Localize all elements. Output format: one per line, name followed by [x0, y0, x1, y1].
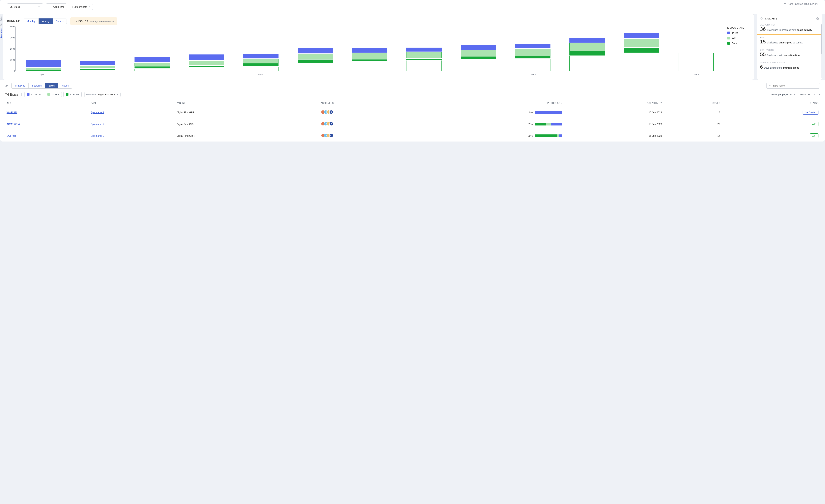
velocity-badge: 82 issues Average weekly velocity: [70, 17, 117, 25]
epic-name-link[interactable]: Epic name 3: [91, 135, 104, 137]
table-search[interactable]: [766, 83, 820, 89]
assignee-avatars[interactable]: +2: [321, 134, 333, 138]
add-filter-button[interactable]: Add Filter: [46, 3, 67, 10]
data-updated-label: Data updated 10 Jun 2023: [783, 2, 818, 5]
chart-legend: ISSUES STATE To DoWIPDone: [727, 26, 750, 77]
epic-key-link[interactable]: ACME-6254: [7, 123, 20, 125]
issues-count: 14: [663, 130, 721, 142]
scope-segment: Initiatives Features Epics Issues: [11, 83, 72, 89]
seg-sprints[interactable]: Sprints: [53, 18, 67, 24]
close-icon[interactable]: ✕: [89, 5, 91, 8]
chevron-down-icon: [794, 93, 796, 96]
filter-chip-projects[interactable]: 5 Jira projects ✕: [70, 4, 93, 10]
seg-monthly[interactable]: Monthly: [24, 18, 39, 24]
assignee-avatars[interactable]: +6: [321, 122, 333, 126]
filter-bar: Data updated 10 Jun 2023 Q3 2023 Add Fil…: [0, 0, 825, 14]
prev-page-button[interactable]: ‹: [814, 93, 815, 96]
hierarchy-icon[interactable]: [5, 84, 8, 87]
svg-point-4: [6, 86, 6, 87]
issue-count-axis-link[interactable]: Issue Count: [0, 27, 2, 38]
progress-pct: 80%: [528, 135, 533, 137]
burnup-chart: Issue Count Story Points 010002000300040…: [7, 26, 724, 77]
legend-item-done: Done: [727, 42, 750, 45]
assignee-avatars[interactable]: +6: [321, 110, 333, 114]
status-chip-done[interactable]: 17 Done: [64, 92, 82, 97]
svg-point-5: [7, 85, 8, 86]
insight-card[interactable]: JIRA HYGIENE55Jira Issues with no estima…: [757, 47, 822, 60]
epic-key-link[interactable]: DOF-055: [7, 135, 16, 137]
period-select[interactable]: Q3 2023: [7, 3, 43, 10]
tab-epics[interactable]: Epics: [45, 83, 58, 88]
legend-item-todo: To Do: [727, 31, 750, 34]
epic-name-link[interactable]: Epic name 2: [91, 123, 104, 125]
svg-point-6: [769, 85, 771, 86]
epics-table-panel: Initiatives Features Epics Issues 74 Epi…: [0, 80, 825, 142]
epic-parent: Digital First GRR: [175, 106, 286, 118]
last-activity: 15 Jun 2023: [563, 118, 663, 130]
insights-scrollbar[interactable]: [821, 24, 822, 78]
tab-initiatives[interactable]: Initiatives: [12, 83, 28, 88]
close-icon[interactable]: ✕: [117, 93, 119, 96]
last-activity: 15 Jun 2023: [563, 106, 663, 118]
epic-key-link[interactable]: WWF-576: [7, 111, 17, 114]
progress-pct: 31%: [528, 123, 533, 125]
col-parent[interactable]: PARENT: [175, 100, 286, 106]
col-assignees[interactable]: ASSIGNEES: [286, 100, 369, 106]
calendar-icon: [783, 3, 786, 5]
legend-item-wip: WIP: [727, 37, 750, 39]
col-name[interactable]: NAME: [89, 100, 175, 106]
epic-name-link[interactable]: Epic name 1: [91, 111, 104, 114]
insight-card[interactable]: RISK15Jira issues unassigned to sprints: [757, 35, 822, 47]
table-row: WWF-576Epic name 1Digital First GRR+60%1…: [5, 106, 820, 118]
svg-point-3: [6, 85, 6, 85]
svg-point-2: [817, 18, 818, 19]
svg-point-1: [761, 18, 762, 19]
insight-card[interactable]: RESOURCE MANAGEMENT6Devs assigned to mul…: [757, 60, 822, 72]
seg-weekly[interactable]: Weekly: [39, 18, 53, 24]
search-icon: [769, 84, 771, 87]
issues-count: 22: [663, 118, 721, 130]
progress-pct: 0%: [529, 111, 533, 114]
rows-per-page-select[interactable]: 25: [790, 93, 796, 96]
status-badge: WIP: [810, 122, 818, 127]
epics-table: KEYNAMEPARENTASSIGNEESPROGRESS ↓LAST ACT…: [5, 100, 820, 142]
epics-count: 74 Epics: [5, 93, 18, 96]
status-badge: WIP: [810, 134, 818, 138]
chart-granularity-segment: Monthly Weekly Sprints: [24, 18, 67, 24]
issues-count: 18: [663, 106, 721, 118]
last-activity: 15 Jun 2023: [563, 130, 663, 142]
y-axis-label: Issue Count Story Points: [0, 16, 2, 38]
burnup-panel: BURN UP Monthly Weekly Sprints 82 issues…: [3, 14, 754, 80]
epic-parent: Digital First GRR: [175, 118, 286, 130]
svg-rect-0: [784, 3, 786, 5]
status-chip-wip[interactable]: 20 WIP: [45, 92, 62, 97]
col-last-activity[interactable]: LAST ACTIVITY: [563, 100, 663, 106]
insight-card[interactable]: DELIVERY RISK36Jira Issues in progress w…: [757, 22, 822, 35]
gear-icon[interactable]: [816, 17, 819, 20]
table-row: DOF-055Epic name 3Digital First GRR+280%…: [5, 130, 820, 142]
epic-parent: Digital First GRR: [175, 130, 286, 142]
initiative-filter-chip[interactable]: INITIATIVE Digital First GRR ✕: [84, 92, 121, 97]
insights-title: INSIGHTS: [760, 17, 777, 20]
plus-icon: [49, 6, 51, 8]
tab-features[interactable]: Features: [28, 83, 45, 88]
next-page-button[interactable]: ›: [819, 93, 820, 96]
search-input[interactable]: [773, 84, 817, 87]
insights-panel: INSIGHTS DELIVERY RISK36Jira Issues in p…: [757, 14, 822, 80]
lightbulb-icon: [760, 17, 763, 20]
col-progress[interactable]: PROGRESS ↓: [369, 100, 563, 106]
table-row: ACME-6254Epic name 2Digital First GRR+63…: [5, 118, 820, 130]
chart-title: BURN UP: [7, 20, 20, 23]
tab-issues[interactable]: Issues: [58, 83, 72, 88]
col-key[interactable]: KEY: [5, 100, 89, 106]
chevron-down-icon: [38, 6, 40, 8]
col-status[interactable]: STATUS: [722, 100, 820, 106]
col-issues[interactable]: ISSUES: [663, 100, 721, 106]
table-pager: Rows per page: 25 1-25 of 74 ‹ ›: [771, 93, 820, 96]
status-badge: Not Started: [803, 110, 818, 115]
page-range: 1-25 of 74: [800, 93, 811, 96]
status-chip-todo[interactable]: 37 To Do: [24, 92, 43, 97]
